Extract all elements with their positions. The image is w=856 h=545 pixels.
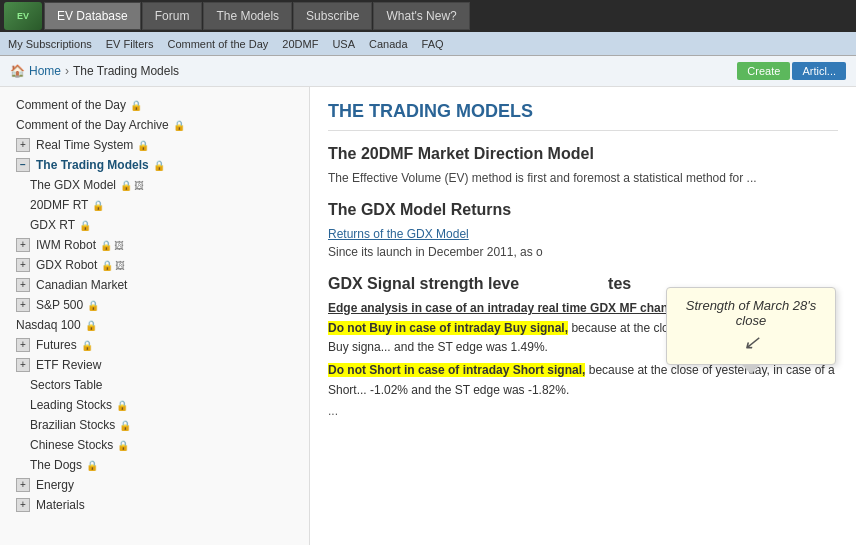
sub-navigation: My Subscriptions EV Filters Comment of t… <box>0 32 856 56</box>
lock-icon: 🔒 <box>117 440 129 451</box>
lock-icon: 🔒 <box>120 180 132 191</box>
home-icon: 🏠 <box>10 64 25 78</box>
subnav-20dmf[interactable]: 20DMF <box>282 38 318 50</box>
subnav-usa[interactable]: USA <box>332 38 355 50</box>
sidebar-item-comment-of-day[interactable]: Comment of the Day 🔒 <box>0 95 309 115</box>
expand-icon: + <box>16 358 30 372</box>
main-content: THE TRADING MODELS The 20DMF Market Dire… <box>310 87 856 545</box>
sidebar-item-gdx-model[interactable]: The GDX Model 🔒 🖼 <box>0 175 309 195</box>
sidebar-item-20dmf-rt[interactable]: 20DMF RT 🔒 <box>0 195 309 215</box>
sidebar-label: Brazilian Stocks <box>30 418 115 432</box>
lock-icon: 🔒 <box>86 460 98 471</box>
sidebar-item-leading-stocks[interactable]: Leading Stocks 🔒 <box>0 395 309 415</box>
expand-icon: + <box>16 238 30 252</box>
expand-icon: + <box>16 338 30 352</box>
ellipsis-text: ... <box>328 404 838 418</box>
sidebar-item-gdx-rt[interactable]: GDX RT 🔒 <box>0 215 309 235</box>
lock-icon: 🔒 <box>87 300 99 311</box>
nav-tab-subscribe[interactable]: Subscribe <box>293 2 372 30</box>
sidebar-item-comment-archive[interactable]: Comment of the Day Archive 🔒 <box>0 115 309 135</box>
main-layout: Comment of the Day 🔒 Comment of the Day … <box>0 87 856 545</box>
sidebar-label: The Trading Models <box>36 158 149 172</box>
create-button[interactable]: Create <box>737 62 790 80</box>
sidebar-label: Real Time System <box>36 138 133 152</box>
section1-text: The Effective Volume (EV) method is firs… <box>328 169 838 187</box>
lock-icon: 🔒 <box>100 240 112 251</box>
lock-icon: 🔒 <box>130 100 142 111</box>
article-button[interactable]: Articl... <box>792 62 846 80</box>
expand-icon: + <box>16 138 30 152</box>
top-navigation: EV EV Database Forum The Models Subscrib… <box>0 0 856 32</box>
subnav-ev-filters[interactable]: EV Filters <box>106 38 154 50</box>
image-icon: 🖼 <box>115 260 125 271</box>
sidebar-item-sp500[interactable]: + S&P 500 🔒 <box>0 295 309 315</box>
sidebar-item-trading-models[interactable]: − The Trading Models 🔒 <box>0 155 309 175</box>
sidebar-label: IWM Robot <box>36 238 96 252</box>
sidebar-label: Materials <box>36 498 85 512</box>
sidebar-label: Canadian Market <box>36 278 127 292</box>
sidebar-label: The GDX Model <box>30 178 116 192</box>
lock-icon: 🔒 <box>116 400 128 411</box>
subnav-faq[interactable]: FAQ <box>422 38 444 50</box>
sidebar-item-brazilian-stocks[interactable]: Brazilian Stocks 🔒 <box>0 415 309 435</box>
sidebar-label: 20DMF RT <box>30 198 88 212</box>
sidebar-item-futures[interactable]: + Futures 🔒 <box>0 335 309 355</box>
lock-icon: 🔒 <box>137 140 149 151</box>
image-icon: 🖼 <box>134 180 144 191</box>
nav-tab-models[interactable]: The Models <box>203 2 292 30</box>
breadcrumb-current: The Trading Models <box>73 64 179 78</box>
sidebar-item-the-dogs[interactable]: The Dogs 🔒 <box>0 455 309 475</box>
nav-tabs: EV Database Forum The Models Subscribe W… <box>44 2 471 30</box>
sidebar-label: S&P 500 <box>36 298 83 312</box>
image-icon: 🖼 <box>114 240 124 251</box>
subnav-canada[interactable]: Canada <box>369 38 408 50</box>
lock-icon: 🔒 <box>153 160 165 171</box>
sidebar-item-energy[interactable]: + Energy <box>0 475 309 495</box>
sidebar-label: GDX Robot <box>36 258 97 272</box>
lock-icon: 🔒 <box>85 320 97 331</box>
sidebar-item-materials[interactable]: + Materials <box>0 495 309 515</box>
sidebar-item-sectors-table[interactable]: Sectors Table <box>0 375 309 395</box>
signal2-highlight: Do not Short in case of intraday Short s… <box>328 363 585 377</box>
expand-icon: + <box>16 298 30 312</box>
expand-icon: + <box>16 478 30 492</box>
lock-icon: 🔒 <box>92 200 104 211</box>
subnav-comment-of-day[interactable]: Comment of the Day <box>167 38 268 50</box>
sidebar-label: Energy <box>36 478 74 492</box>
lock-icon: 🔒 <box>81 340 93 351</box>
sidebar-item-iwm-robot[interactable]: + IWM Robot 🔒 🖼 <box>0 235 309 255</box>
nav-tab-whatsnew[interactable]: What's New? <box>373 2 469 30</box>
sidebar-label: Futures <box>36 338 77 352</box>
expand-icon: + <box>16 498 30 512</box>
expand-icon-open: − <box>16 158 30 172</box>
sidebar-label: Chinese Stocks <box>30 438 113 452</box>
subnav-my-subscriptions[interactable]: My Subscriptions <box>8 38 92 50</box>
sidebar-label: Leading Stocks <box>30 398 112 412</box>
sidebar-label: Sectors Table <box>30 378 103 392</box>
logo-area: EV <box>4 2 42 30</box>
sidebar-label: The Dogs <box>30 458 82 472</box>
sidebar-label: GDX RT <box>30 218 75 232</box>
sidebar-item-etf-review[interactable]: + ETF Review <box>0 355 309 375</box>
breadcrumb-bar: 🏠 Home › The Trading Models Create Artic… <box>0 56 856 87</box>
breadcrumb-home[interactable]: Home <box>29 64 61 78</box>
sidebar-item-realtime[interactable]: + Real Time System 🔒 <box>0 135 309 155</box>
sidebar-label: Comment of the Day <box>16 98 126 112</box>
sidebar-label: ETF Review <box>36 358 101 372</box>
sidebar-item-nasdaq100[interactable]: Nasdaq 100 🔒 <box>0 315 309 335</box>
lock-icon: 🔒 <box>173 120 185 131</box>
sidebar: Comment of the Day 🔒 Comment of the Day … <box>0 87 310 545</box>
callout-arrow: ↙ <box>679 330 823 354</box>
breadcrumb-separator: › <box>65 64 69 78</box>
callout-box: Strength of March 28's close ↙ <box>666 287 836 365</box>
sidebar-item-chinese-stocks[interactable]: Chinese Stocks 🔒 <box>0 435 309 455</box>
sidebar-item-canadian-market[interactable]: + Canadian Market <box>0 275 309 295</box>
page-title: THE TRADING MODELS <box>328 101 838 131</box>
gdx-model-link[interactable]: Returns of the GDX Model <box>328 227 469 241</box>
sidebar-label: Nasdaq 100 <box>16 318 81 332</box>
nav-tab-ev-database[interactable]: EV Database <box>44 2 141 30</box>
section1-title: The 20DMF Market Direction Model <box>328 145 838 163</box>
nav-tab-forum[interactable]: Forum <box>142 2 203 30</box>
sidebar-item-gdx-robot[interactable]: + GDX Robot 🔒 🖼 <box>0 255 309 275</box>
lock-icon: 🔒 <box>101 260 113 271</box>
